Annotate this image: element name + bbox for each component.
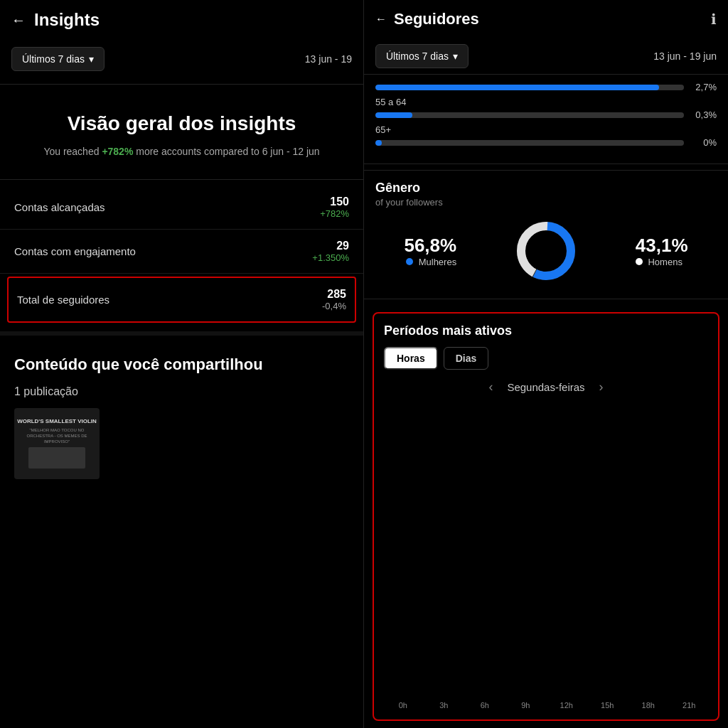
age-bar-top: 2,7% [375, 82, 717, 92]
bar-label-1: 3h [425, 701, 464, 710]
stat-label-followers: Total de seguidores [17, 294, 109, 306]
gender-male-label: Homens [636, 257, 688, 267]
gender-title: Gênero [375, 181, 717, 196]
stat-values-reached: 150 +782% [320, 196, 349, 219]
hero-highlight: +782% [102, 146, 133, 157]
left-header: ← Insights [0, 0, 363, 40]
thumbnail-text: WORLD'S SMALLEST VIOLIN "MELHOR MAO TOCO… [14, 415, 100, 472]
bar-label-4: 12h [547, 701, 586, 710]
right-date-range-label: 13 jun - 19 jun [653, 50, 717, 62]
periods-tabs: Horas Dias [384, 347, 708, 370]
gender-female-label: Mulheres [404, 257, 456, 267]
age-bar-65-pct: 0% [691, 137, 717, 148]
age-bar-55: 0,3% [375, 109, 717, 120]
stat-change-reached: +782% [320, 208, 349, 219]
age-bar-top-pct: 2,7% [691, 82, 717, 92]
age-bars-section: 2,7% 55 a 64 0,3% 65+ 0% [364, 75, 728, 158]
bar-label-2: 6h [466, 701, 504, 710]
page-title: Insights [34, 10, 100, 30]
stat-values-engagement: 29 +1.350% [312, 240, 349, 263]
nav-prev-icon[interactable]: ‹ [488, 380, 493, 395]
tab-dias[interactable]: Dias [444, 347, 489, 370]
periods-title: Períodos mais ativos [384, 323, 708, 338]
left-panel: ← Insights Últimos 7 dias ▾ 13 jun - 19 … [0, 0, 364, 728]
stat-main-followers: 285 [322, 288, 346, 301]
day-label: Segundas-feiras [507, 381, 584, 393]
stat-main-engagement: 29 [312, 240, 349, 252]
age-bar-65: 0% [375, 137, 717, 148]
stat-values-followers: 285 -0,4% [322, 288, 346, 311]
stat-main-reached: 150 [320, 196, 349, 208]
stat-change-followers: -0,4% [322, 301, 346, 311]
bar-label-0: 0h [384, 701, 422, 710]
back-icon[interactable]: ← [11, 12, 26, 28]
right-filter-row: Últimos 7 dias ▾ 13 jun - 19 jun [364, 38, 728, 75]
right-page-title: Seguidores [394, 10, 479, 28]
age-label-65: 65+ [375, 124, 717, 135]
gender-female: 56,8% Mulheres [404, 235, 456, 267]
svg-point-3 [526, 231, 566, 271]
gender-section: Gênero of your followers 56,8% Mulheres [364, 170, 728, 293]
left-filter-row: Últimos 7 dias ▾ 13 jun - 19 [0, 40, 363, 78]
date-filter-button[interactable]: Últimos 7 dias ▾ [11, 47, 105, 71]
right-date-filter-button[interactable]: Últimos 7 dias ▾ [375, 44, 469, 68]
bar-label-6: 18h [629, 701, 668, 710]
gender-content: 56,8% Mulheres [375, 219, 717, 283]
insights-hero: Visão geral dos insights You reached +78… [0, 90, 363, 173]
stat-row-reached: Contas alcançadas 150 +782% [0, 186, 363, 230]
bars-area [384, 405, 708, 697]
right-back-icon[interactable]: ← [375, 13, 387, 26]
stat-change-engagement: +1.350% [312, 252, 349, 263]
bar-labels: 0h3h6h9h12h15h18h21h [384, 697, 708, 710]
age-bar-55-pct: 0,3% [691, 109, 717, 120]
tab-horas[interactable]: Horas [384, 347, 438, 370]
stat-label-engagement: Contas com engajamento [14, 245, 136, 257]
stat-label-reached: Contas alcançadas [14, 201, 105, 213]
bar-label-7: 21h [670, 701, 709, 710]
periods-section: Períodos mais ativos Horas Dias ‹ Segund… [373, 312, 719, 721]
right-panel: ← Seguidores ℹ Últimos 7 dias ▾ 13 jun -… [364, 0, 728, 728]
content-section: Conteúdo que você compartilhou 1 publica… [0, 341, 363, 486]
hero-description: You reached +782% more accounts compared… [14, 144, 349, 159]
stat-row-engagement: Contas com engajamento 29 +1.350% [0, 230, 363, 274]
bar-chart: 0h3h6h9h12h15h18h21h [384, 405, 708, 710]
post-count: 1 publicação [14, 385, 349, 398]
content-heading: Conteúdo que você compartilhou [14, 355, 349, 374]
info-icon[interactable]: ℹ [711, 11, 717, 28]
right-header: ← Seguidores ℹ [364, 0, 728, 38]
hero-heading: Visão geral dos insights [14, 112, 349, 136]
date-range-label: 13 jun - 19 [305, 53, 352, 65]
periods-nav: ‹ Segundas-feiras › [384, 380, 708, 395]
bar-label-5: 15h [589, 701, 627, 710]
age-label-55: 55 a 64 [375, 97, 717, 107]
stat-row-followers[interactable]: Total de seguidores 285 -0,4% [7, 277, 356, 323]
gender-male-pct: 43,1% [636, 235, 688, 257]
gender-donut-chart [514, 219, 578, 283]
post-thumbnail[interactable]: WORLD'S SMALLEST VIOLIN "MELHOR MAO TOCO… [14, 408, 100, 479]
bar-label-3: 9h [507, 701, 545, 710]
nav-next-icon[interactable]: › [599, 380, 604, 395]
gender-male: 43,1% Homens [636, 235, 688, 267]
gender-female-pct: 56,8% [404, 235, 456, 257]
gender-subtitle: of your followers [375, 197, 717, 208]
